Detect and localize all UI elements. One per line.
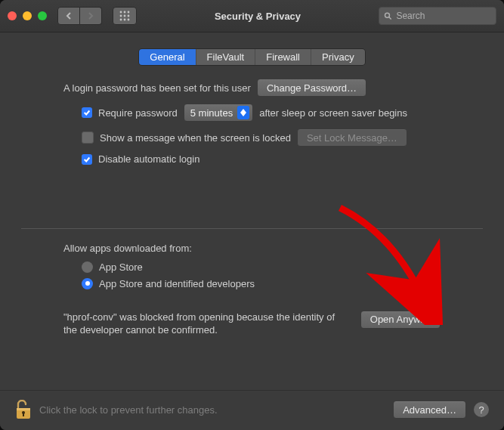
grid-icon — [119, 11, 130, 21]
close-window-button[interactable] — [8, 11, 17, 20]
require-password-checkbox[interactable] — [82, 107, 92, 118]
svg-point-4 — [124, 15, 126, 17]
search-input[interactable] — [394, 10, 491, 22]
tab-bar: General FileVault Firewall Privacy — [139, 49, 364, 65]
svg-point-5 — [128, 15, 130, 17]
chevron-left-icon — [65, 12, 73, 20]
disable-auto-login-label: Disable automatic login — [98, 153, 199, 165]
titlebar: Security & Privacy — [0, 0, 504, 32]
svg-point-3 — [120, 15, 122, 17]
radio-app-store[interactable] — [82, 261, 93, 273]
blocked-app-message: "hprof-conv" was blocked from opening be… — [63, 311, 350, 337]
login-password-section: A login password has been set for this u… — [21, 79, 483, 172]
tab-privacy[interactable]: Privacy — [311, 49, 365, 65]
svg-point-2 — [128, 11, 130, 14]
search-icon — [384, 11, 391, 20]
svg-point-6 — [120, 19, 122, 21]
svg-point-1 — [124, 11, 126, 14]
radio-identified-developers[interactable] — [82, 278, 93, 289]
window-title: Security & Privacy — [143, 11, 373, 22]
back-button[interactable] — [57, 7, 80, 25]
svg-point-7 — [124, 19, 126, 21]
show-message-checkbox[interactable] — [82, 131, 94, 144]
tab-filevault[interactable]: FileVault — [196, 49, 256, 65]
require-password-delay-select[interactable]: 5 minutes — [184, 104, 253, 122]
check-icon — [83, 156, 91, 163]
help-button[interactable]: ? — [474, 402, 489, 417]
search-field[interactable] — [379, 7, 496, 25]
allow-apps-section: Allow apps downloaded from: App Store Ap… — [21, 243, 483, 337]
disable-auto-login-checkbox[interactable] — [82, 154, 92, 165]
svg-point-9 — [385, 13, 389, 17]
tab-panel-general: A login password has been set for this u… — [0, 79, 504, 390]
lock-hint-label: Click the lock to prevent further change… — [39, 404, 218, 416]
minimize-window-button[interactable] — [23, 11, 32, 20]
login-password-status-label: A login password has been set for this u… — [63, 82, 251, 94]
back-forward-group — [57, 7, 102, 25]
security-privacy-window: Security & Privacy General FileVault Fir… — [0, 0, 504, 430]
change-password-button[interactable]: Change Password… — [257, 79, 366, 97]
section-divider — [21, 228, 483, 229]
show-message-label: Show a message when the screen is locked — [100, 132, 291, 144]
svg-point-0 — [120, 11, 122, 14]
tab-firewall[interactable]: Firewall — [255, 49, 311, 65]
radio-app-store-label: App Store — [99, 261, 143, 273]
lock-control[interactable] — [15, 400, 32, 419]
svg-rect-11 — [17, 408, 30, 410]
lock-open-icon — [15, 400, 32, 419]
content-area: General FileVault Firewall Privacy A log… — [0, 32, 504, 390]
footer: Click the lock to prevent further change… — [0, 390, 504, 430]
zoom-window-button[interactable] — [38, 11, 47, 20]
set-lock-message-button: Set Lock Message… — [297, 128, 407, 147]
tab-general[interactable]: General — [139, 49, 196, 65]
window-controls — [8, 11, 47, 20]
advanced-button[interactable]: Advanced… — [393, 401, 466, 419]
show-all-button[interactable] — [113, 7, 137, 25]
forward-button[interactable] — [80, 7, 102, 25]
require-password-delay-value: 5 minutes — [190, 107, 233, 119]
check-icon — [83, 109, 91, 116]
radio-identified-developers-label: App Store and identified developers — [99, 278, 255, 289]
require-password-label: Require password — [98, 107, 178, 119]
open-anyway-button[interactable]: Open Anyway — [360, 311, 441, 329]
svg-point-8 — [128, 19, 130, 21]
after-sleep-label: after sleep or screen saver begins — [259, 107, 407, 119]
chevron-right-icon — [87, 12, 94, 20]
select-stepper-icon — [237, 106, 249, 119]
svg-rect-13 — [23, 413, 24, 416]
allow-apps-heading: Allow apps downloaded from: — [63, 243, 441, 254]
